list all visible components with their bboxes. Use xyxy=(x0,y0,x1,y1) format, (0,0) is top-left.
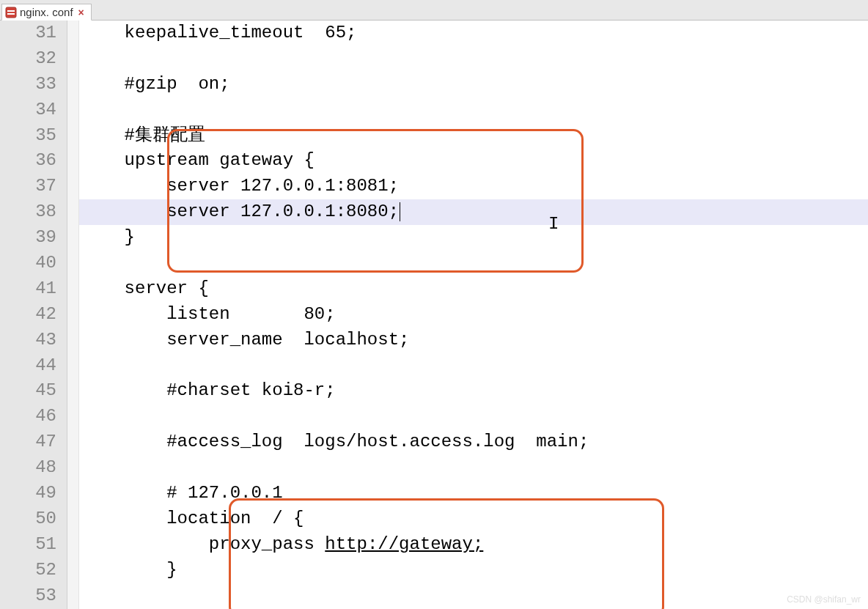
code-line[interactable]: server { xyxy=(79,276,868,302)
line-number: 32 xyxy=(0,46,67,72)
code-line[interactable] xyxy=(79,251,868,276)
file-icon xyxy=(5,7,17,18)
line-number: 48 xyxy=(0,455,67,481)
line-number: 46 xyxy=(0,404,67,429)
line-number: 52 xyxy=(0,558,67,583)
line-number: 51 xyxy=(0,532,67,558)
line-number: 42 xyxy=(0,302,67,328)
tab-filename: nginx. conf xyxy=(20,6,73,18)
line-number: 43 xyxy=(0,328,67,353)
code-line[interactable] xyxy=(79,404,868,429)
code-area[interactable]: I keepalive_timeout 65; #gzip on; #集群配置 … xyxy=(79,21,868,609)
code-line[interactable] xyxy=(79,97,868,123)
code-line[interactable]: #gzip on; xyxy=(79,72,868,97)
svg-rect-0 xyxy=(6,7,16,18)
code-line[interactable]: server_name localhost; xyxy=(79,328,868,353)
code-line[interactable] xyxy=(79,455,868,481)
code-line[interactable]: upstream gateway { xyxy=(79,148,868,174)
code-line[interactable]: #集群配置 xyxy=(79,123,868,149)
line-number: 37 xyxy=(0,174,67,199)
fold-margin xyxy=(67,21,79,609)
code-editor[interactable]: 3132333435363738394041424344454647484950… xyxy=(0,21,868,609)
code-line[interactable]: #charset koi8-r; xyxy=(79,378,868,404)
code-line[interactable]: #access_log logs/host.access.log main; xyxy=(79,429,868,455)
line-number: 50 xyxy=(0,506,67,532)
line-number: 44 xyxy=(0,353,67,379)
code-line[interactable] xyxy=(79,583,868,609)
line-number: 39 xyxy=(0,225,67,251)
line-number: 53 xyxy=(0,583,67,609)
line-number: 40 xyxy=(0,251,67,276)
code-line[interactable]: } xyxy=(79,558,868,583)
line-number: 36 xyxy=(0,148,67,174)
code-line[interactable]: } xyxy=(79,225,868,251)
url-text: http://gateway; xyxy=(325,534,483,554)
tab-bar: nginx. conf × xyxy=(0,0,868,21)
file-tab[interactable]: nginx. conf × xyxy=(1,4,92,21)
line-number: 33 xyxy=(0,72,67,97)
line-number: 45 xyxy=(0,378,67,404)
line-number-gutter: 3132333435363738394041424344454647484950… xyxy=(0,21,67,609)
code-line[interactable]: keepalive_timeout 65; xyxy=(79,21,868,46)
line-number: 41 xyxy=(0,276,67,302)
text-caret xyxy=(400,202,400,221)
line-number: 31 xyxy=(0,21,67,46)
code-line[interactable] xyxy=(79,353,868,379)
code-line[interactable]: server 127.0.0.1:8081; xyxy=(79,174,868,199)
code-line[interactable]: location / { xyxy=(79,506,868,532)
close-icon[interactable]: × xyxy=(76,7,87,18)
code-line[interactable] xyxy=(79,46,868,72)
code-line[interactable]: # 127.0.0.1 xyxy=(79,481,868,506)
svg-rect-1 xyxy=(7,10,15,12)
code-line[interactable]: proxy_pass http://gateway; xyxy=(79,532,868,558)
svg-rect-2 xyxy=(7,13,15,15)
line-number: 47 xyxy=(0,429,67,455)
line-number: 35 xyxy=(0,123,67,149)
line-number: 34 xyxy=(0,97,67,123)
line-number: 49 xyxy=(0,481,67,506)
line-number: 38 xyxy=(0,199,67,225)
code-line[interactable]: server 127.0.0.1:8080; xyxy=(79,199,868,225)
code-line[interactable]: listen 80; xyxy=(79,302,868,328)
